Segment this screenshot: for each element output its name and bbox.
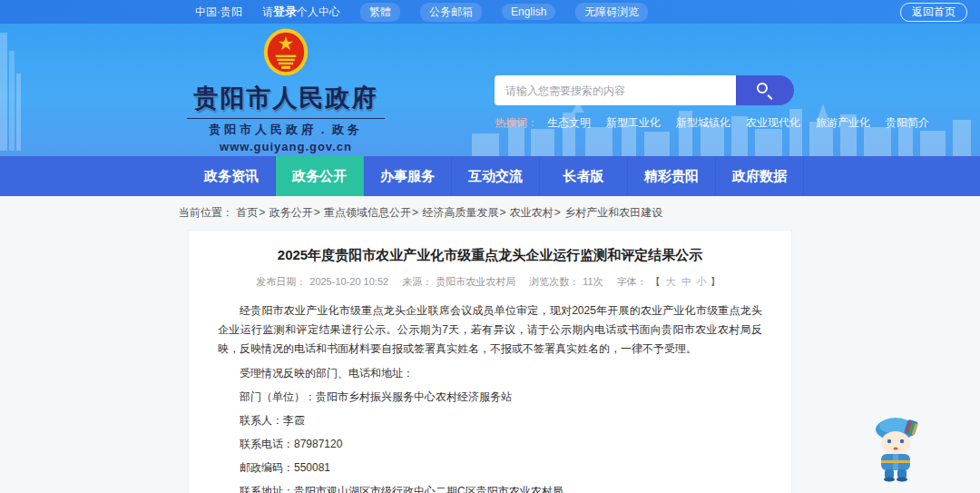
login-link[interactable]: 请登录个人中心 xyxy=(262,4,340,20)
mascot-assistant[interactable] xyxy=(866,413,926,482)
breadcrumb-label: 当前位置： xyxy=(179,206,233,219)
search-input[interactable] xyxy=(495,75,736,105)
nav-tab-services[interactable]: 办事服务 xyxy=(364,156,452,196)
nav-tab-elderly[interactable]: 长者版 xyxy=(540,156,628,196)
search-area: 热搜词： 生态文明 新型工业化 新型城镇化 农业现代化 旅游产业化 贵阳简介 xyxy=(495,75,794,131)
breadcrumb: 当前位置： 首页> 政务公开> 重点领域信息公开> 经济高质量发展> 农业农村>… xyxy=(0,196,980,221)
breadcrumb-economy[interactable]: 经济高质量发展 xyxy=(422,206,498,219)
publish-date-label: 发布日期： xyxy=(256,276,306,287)
nav-tab-gov-info[interactable]: 政务公开 xyxy=(276,156,364,196)
content-area: 当前位置： 首页> 政务公开> 重点领域信息公开> 经济高质量发展> 农业农村>… xyxy=(0,196,980,493)
publish-date: 2025-10-20 10:52 xyxy=(309,276,388,287)
hot-search-row: 热搜词： 生态文明 新型工业化 新型城镇化 农业现代化 旅游产业化 贵阳简介 xyxy=(495,115,794,131)
logo-divider xyxy=(187,118,385,119)
nav-tab-news[interactable]: 政务资讯 xyxy=(188,156,276,196)
search-icon xyxy=(757,83,773,99)
views-label: 浏览次数： xyxy=(529,276,579,287)
site-header: 贵阳市人民政府 贵阳市人民政府．政务 www.guiyang.gov.cn 热搜… xyxy=(0,24,980,156)
hot-link-ecology[interactable]: 生态文明 xyxy=(547,115,591,131)
font-medium-button[interactable]: 中 xyxy=(681,276,691,287)
hot-link-tourism[interactable]: 旅游产业化 xyxy=(816,115,870,131)
article-card: 2025年度贵阳市农业产业化市级重点龙头企业运行监测和评定结果公示 发布日期：2… xyxy=(188,230,792,493)
nav-tab-interaction[interactable]: 互动交流 xyxy=(452,156,540,196)
source-label: 来源： xyxy=(402,276,432,287)
font-large-button[interactable]: 大 xyxy=(666,276,676,287)
traditional-chinese-link[interactable]: 繁體 xyxy=(360,3,400,22)
main-nav: 政务资讯 政务公开 办事服务 互动交流 长者版 精彩贵阳 政府数据 xyxy=(0,156,980,196)
breadcrumb-agriculture[interactable]: 农业农村 xyxy=(510,206,554,219)
breadcrumb-gov-info[interactable]: 政务公开 xyxy=(270,206,313,219)
search-button[interactable] xyxy=(736,75,794,105)
top-utility-bar: 中国·贵阳 请登录个人中心 繁體 公务邮箱 English 无障碍浏览 返回首页 xyxy=(0,0,980,24)
address-line: 联系地址：贵阳市观山湖区市级行政中心二期C区贵阳市农业农村局 xyxy=(218,482,762,493)
contact-person-line: 联系人：李霞 xyxy=(218,411,762,429)
contact-intro-line: 受理情况反映的部门、电话和地址： xyxy=(218,364,762,382)
hot-link-urbanization[interactable]: 新型城镇化 xyxy=(676,115,730,131)
back-to-home-button[interactable]: 返回首页 xyxy=(900,3,967,22)
hot-search-label: 热搜词： xyxy=(495,115,538,131)
nav-tab-data[interactable]: 政府数据 xyxy=(716,156,804,196)
hot-link-intro[interactable]: 贵阳简介 xyxy=(886,115,929,131)
site-subtitle: 贵阳市人民政府．政务 xyxy=(172,122,399,138)
breadcrumb-rural-industry[interactable]: 乡村产业和农田建设 xyxy=(564,206,662,219)
english-link[interactable]: English xyxy=(502,4,555,20)
hot-link-agriculture[interactable]: 农业现代化 xyxy=(746,115,800,131)
article-title: 2025年度贵阳市农业产业化市级重点龙头企业运行监测和评定结果公示 xyxy=(218,245,762,265)
breadcrumb-home[interactable]: 首页 xyxy=(236,206,258,219)
site-logo[interactable]: 贵阳市人民政府 贵阳市人民政府．政务 www.guiyang.gov.cn xyxy=(172,27,399,153)
source-value: 贵阳市农业农村局 xyxy=(436,276,515,287)
article-meta: 发布日期：2025-10-20 10:52 来源：贵阳市农业农村局 浏览次数：1… xyxy=(218,275,762,289)
nav-tab-highlights[interactable]: 精彩贵阳 xyxy=(628,156,716,196)
region-link[interactable]: 中国·贵阳 xyxy=(195,5,242,20)
breadcrumb-key-areas[interactable]: 重点领域信息公开 xyxy=(324,206,411,219)
hot-link-industry[interactable]: 新型工业化 xyxy=(606,115,661,131)
article-paragraph: 经贵阳市农业产业化市级重点龙头企业联席会议成员单位审定，现对2025年开展的农业… xyxy=(218,301,762,359)
postcode-line: 邮政编码：550081 xyxy=(218,458,762,477)
accessibility-link[interactable]: 无障碍浏览 xyxy=(575,3,648,22)
site-url: www.guiyang.gov.cn xyxy=(172,140,399,153)
site-title: 贵阳市人民政府 xyxy=(172,82,399,114)
views-value: 11次 xyxy=(583,276,603,287)
national-emblem-icon xyxy=(262,27,309,80)
department-line: 部门（单位）：贵阳市乡村振兴服务中心农村经济服务站 xyxy=(218,388,762,406)
font-small-button[interactable]: 小 xyxy=(697,276,707,287)
official-mail-link[interactable]: 公务邮箱 xyxy=(420,3,482,22)
phone-line: 联系电话：87987120 xyxy=(218,435,762,453)
font-size-label: 字体： xyxy=(617,276,647,287)
